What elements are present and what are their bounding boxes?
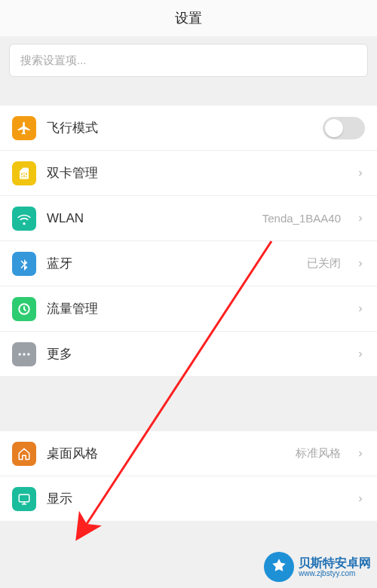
- svg-point-3: [27, 353, 29, 355]
- row-label: 桌面风格: [47, 445, 285, 462]
- row-label: WLAN: [47, 211, 252, 226]
- page-title: 设置: [0, 0, 377, 36]
- row-desktop-style[interactable]: 桌面风格 标准风格: [0, 431, 377, 476]
- row-label: 流量管理: [47, 300, 345, 317]
- home-icon: [12, 442, 36, 466]
- watermark-icon: [264, 552, 294, 582]
- row-bluetooth[interactable]: 蓝牙 已关闭: [0, 241, 377, 286]
- chevron-right-icon: [356, 350, 365, 359]
- watermark: 贝斯特安卓网 www.zjbstyy.com: [264, 552, 371, 582]
- row-label: 更多: [47, 345, 345, 363]
- row-airplane-mode[interactable]: 飞行模式: [0, 106, 377, 151]
- row-more[interactable]: 更多: [0, 332, 377, 377]
- svg-point-2: [23, 353, 25, 355]
- row-label: 飞行模式: [47, 119, 312, 136]
- airplane-icon: [12, 116, 36, 140]
- row-value: 已关闭: [307, 256, 341, 271]
- row-label: 双卡管理: [47, 164, 345, 182]
- svg-point-1: [19, 353, 21, 355]
- watermark-url: www.zjbstyy.com: [299, 569, 371, 577]
- chevron-right-icon: [356, 305, 365, 314]
- chevron-right-icon: [356, 214, 365, 223]
- chevron-right-icon: [356, 449, 365, 458]
- search-input[interactable]: 搜索设置项...: [9, 44, 368, 77]
- search-container: 搜索设置项...: [0, 36, 377, 84]
- chevron-right-icon: [356, 495, 365, 504]
- watermark-title: 贝斯特安卓网: [299, 556, 371, 570]
- wifi-icon: [12, 207, 36, 231]
- row-wlan[interactable]: WLAN Tenda_1BAA40: [0, 196, 377, 241]
- svg-rect-4: [19, 495, 29, 502]
- row-dual-sim[interactable]: 双卡管理: [0, 151, 377, 196]
- traffic-icon: [12, 297, 36, 321]
- bluetooth-icon: [12, 252, 36, 276]
- airplane-toggle[interactable]: [323, 117, 365, 139]
- row-label: 蓝牙: [47, 255, 296, 272]
- chevron-right-icon: [356, 169, 365, 178]
- more-icon: [12, 342, 36, 366]
- row-traffic[interactable]: 流量管理: [0, 286, 377, 332]
- row-display[interactable]: 显示: [0, 476, 377, 522]
- sim-icon: [12, 161, 36, 185]
- chevron-right-icon: [356, 259, 365, 268]
- display-icon: [12, 487, 36, 511]
- row-value: Tenda_1BAA40: [262, 212, 341, 225]
- row-value: 标准风格: [296, 446, 341, 461]
- row-label: 显示: [47, 490, 345, 507]
